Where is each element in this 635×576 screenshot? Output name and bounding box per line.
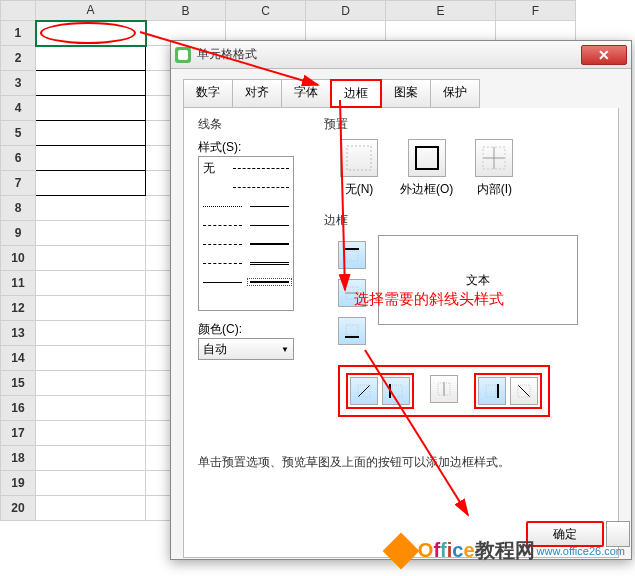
border-left-button[interactable] [382,377,410,405]
tab-font[interactable]: 字体 [281,79,331,108]
border-top-button[interactable] [338,241,366,269]
tab-pattern[interactable]: 图案 [381,79,431,108]
cell[interactable] [36,221,146,246]
col-header-F[interactable]: F [496,1,576,21]
tab-number[interactable]: 数字 [183,79,233,108]
row-header[interactable]: 9 [1,221,36,246]
format-cells-dialog: 单元格格式 ✕ 数字 对齐 字体 边框 图案 保护 线条 样式(S): 无 颜色… [170,40,632,560]
ok-button[interactable]: 确定 [526,521,604,547]
select-all-corner[interactable] [1,1,36,21]
cell[interactable] [36,21,146,46]
cell[interactable] [36,121,146,146]
color-dropdown[interactable]: 自动 ▼ [198,338,294,360]
close-button[interactable]: ✕ [581,45,627,65]
row-header[interactable]: 19 [1,471,36,496]
line-section-label: 线条 [198,116,308,133]
cell[interactable] [36,421,146,446]
svg-line-19 [518,385,530,397]
tab-border[interactable]: 边框 [330,79,382,108]
col-header-B[interactable]: B [146,1,226,21]
svg-rect-14 [392,385,402,397]
row-header[interactable]: 8 [1,196,36,221]
cell[interactable] [36,471,146,496]
hint-text: 单击预置选项、预览草图及上面的按钮可以添加边框样式。 [198,454,510,471]
svg-line-11 [358,385,370,397]
preview-text: 文本 [466,272,490,289]
row-header[interactable]: 3 [1,71,36,96]
cell[interactable] [36,196,146,221]
row-header[interactable]: 15 [1,371,36,396]
cell[interactable] [36,346,146,371]
titlebar[interactable]: 单元格格式 ✕ [171,41,631,69]
row-header[interactable]: 5 [1,121,36,146]
border-preview: 文本 [378,235,578,325]
preset-outer-button[interactable] [408,139,446,177]
cell[interactable] [36,271,146,296]
tabstrip: 数字 对齐 字体 边框 图案 保护 [171,69,631,108]
cell[interactable] [36,71,146,96]
row-header[interactable]: 16 [1,396,36,421]
border-right-button[interactable] [478,377,506,405]
row-header[interactable]: 10 [1,246,36,271]
row-header[interactable]: 14 [1,346,36,371]
border-diag-down-button[interactable] [510,377,538,405]
style-label: 样式(S): [198,139,308,156]
cell[interactable] [36,46,146,71]
row-header[interactable]: 18 [1,446,36,471]
svg-rect-6 [346,251,358,261]
cell[interactable] [36,171,146,196]
col-header-A[interactable]: A [36,1,146,21]
row-header[interactable]: 20 [1,496,36,521]
svg-rect-10 [346,325,358,335]
row-header[interactable]: 2 [1,46,36,71]
row-header[interactable]: 13 [1,321,36,346]
cancel-button-fragment[interactable] [606,521,630,547]
cell[interactable] [36,321,146,346]
line-style-list[interactable]: 无 [198,156,294,311]
style-none[interactable]: 无 [203,160,233,177]
cell[interactable] [36,96,146,121]
row-header[interactable]: 11 [1,271,36,296]
preset-outer-label: 外边框(O) [400,181,453,198]
row-header[interactable]: 12 [1,296,36,321]
col-header-C[interactable]: C [226,1,306,21]
cell[interactable] [36,296,146,321]
preset-inner-button[interactable] [475,139,513,177]
svg-rect-0 [347,146,371,170]
preset-section-label: 预置 [324,116,608,133]
row-header[interactable]: 4 [1,96,36,121]
row-header[interactable]: 7 [1,171,36,196]
border-middle-button[interactable] [338,279,366,307]
cell[interactable] [36,446,146,471]
dialog-title: 单元格格式 [197,46,257,63]
cell[interactable] [36,496,146,521]
color-label: 颜色(C): [198,321,308,338]
border-bottom-button[interactable] [338,317,366,345]
preset-inner-label: 内部(I) [477,181,512,198]
cell[interactable] [36,396,146,421]
diagonal-row-highlight [338,365,550,417]
preset-none-label: 无(N) [345,181,374,198]
col-header-E[interactable]: E [386,1,496,21]
column-headers: A B C D E F [1,1,576,21]
tab-align[interactable]: 对齐 [232,79,282,108]
svg-rect-1 [416,147,438,169]
border-diag-up-button[interactable] [350,377,378,405]
cell[interactable] [36,146,146,171]
tab-content: 线条 样式(S): 无 颜色(C): 自动 ▼ 预置 [183,108,619,558]
chevron-down-icon: ▼ [281,345,289,354]
row-header[interactable]: 1 [1,21,36,46]
cell[interactable] [36,371,146,396]
border-vcenter-button[interactable] [430,375,458,403]
preset-none-button[interactable] [340,139,378,177]
tab-protect[interactable]: 保护 [430,79,480,108]
cell[interactable] [36,246,146,271]
border-section-label: 边框 [324,212,608,229]
app-icon [175,47,191,63]
col-header-D[interactable]: D [306,1,386,21]
row-header[interactable]: 6 [1,146,36,171]
color-value: 自动 [203,341,227,358]
row-header[interactable]: 17 [1,421,36,446]
svg-rect-18 [486,385,496,397]
